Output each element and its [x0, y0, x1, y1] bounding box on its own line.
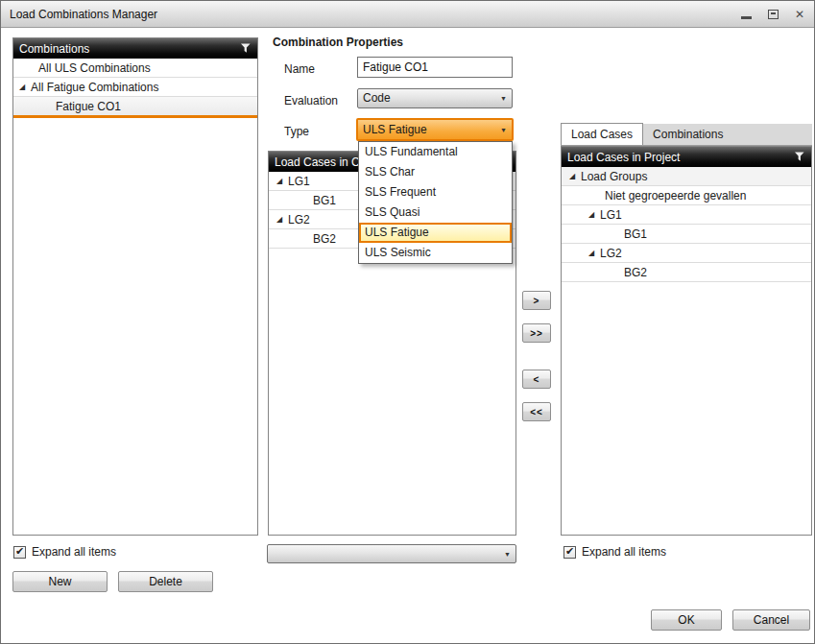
- move-right-label: >: [534, 296, 540, 306]
- title-bar[interactable]: Load Combinations Manager ✕: [1, 1, 814, 28]
- filter-icon[interactable]: [240, 43, 252, 54]
- evaluation-value: Code: [363, 89, 496, 107]
- name-label: Name: [284, 62, 315, 76]
- window-title: Load Combinations Manager: [10, 8, 157, 21]
- chevron-down-icon: ▼: [500, 127, 507, 133]
- delete-button[interactable]: Delete: [118, 571, 213, 592]
- expander-icon[interactable]: ◢: [276, 210, 288, 229]
- delete-button-label: Delete: [149, 575, 182, 588]
- check-icon: ✔: [15, 546, 24, 557]
- expander-icon[interactable]: ◢: [588, 244, 600, 263]
- type-option-sls-quasi[interactable]: SLS Quasi: [359, 203, 512, 223]
- expand-all-checkbox[interactable]: ✔: [13, 546, 26, 559]
- type-option-sls-frequent[interactable]: SLS Frequent: [359, 182, 512, 203]
- type-label: Type: [284, 125, 309, 138]
- expander-icon[interactable]: ◢: [569, 167, 581, 186]
- project-cases-title: Load Cases in Project: [567, 151, 794, 164]
- type-combobox[interactable]: ULS Fatigue ▼: [356, 118, 514, 141]
- check-icon: ✔: [565, 546, 574, 557]
- move-all-right-label: >>: [530, 328, 543, 339]
- combinations-panel: Combinations All ULS Combinations ◢ All …: [12, 37, 258, 536]
- move-left-button[interactable]: <: [522, 370, 551, 389]
- expander-icon[interactable]: ◢: [276, 172, 288, 191]
- project-cases-panel: Load Cases in Project ◢ Load Groups Niet…: [561, 146, 812, 536]
- close-button[interactable]: ✕: [793, 8, 806, 21]
- filter-icon[interactable]: [794, 152, 805, 162]
- tree-item-label: BG1: [313, 191, 336, 210]
- tree-item-label: BG2: [624, 263, 647, 282]
- new-button-label: New: [48, 575, 71, 588]
- tree-item-label: All ULS Combinations: [38, 59, 151, 78]
- cancel-button[interactable]: Cancel: [732, 609, 810, 631]
- tree-item-label: BG2: [313, 229, 336, 249]
- type-option-sls-char[interactable]: SLS Char: [359, 162, 512, 182]
- type-option-uls-fatigue-selected[interactable]: ULS Fatigue: [359, 223, 512, 243]
- type-option-uls-fundamental[interactable]: ULS Fundamental: [359, 142, 512, 162]
- chevron-down-icon: ▼: [500, 95, 507, 102]
- tree-item-load-groups[interactable]: ◢ Load Groups: [562, 167, 811, 186]
- tree-item-all-uls-combinations[interactable]: All ULS Combinations: [13, 59, 257, 78]
- ok-button-label: OK: [678, 613, 694, 627]
- type-option-uls-seismic[interactable]: ULS Seismic: [359, 243, 512, 263]
- tab-load-cases[interactable]: Load Cases: [561, 123, 643, 145]
- expand-all-label: Expand all items: [582, 545, 666, 559]
- move-left-label: <: [534, 374, 540, 385]
- chevron-down-icon: ▼: [504, 551, 511, 558]
- tree-item-label: All Fatigue Combinations: [31, 78, 158, 97]
- tree-item-fatigue-co1[interactable]: Fatigue CO1: [13, 97, 257, 118]
- tab-combinations[interactable]: Combinations: [643, 124, 732, 145]
- tree-item-lg1[interactable]: ◢ LG1: [562, 205, 811, 225]
- type-value: ULS Fatigue: [363, 121, 496, 139]
- new-button[interactable]: New: [12, 571, 108, 592]
- maximize-icon: [768, 10, 779, 19]
- expand-all-label: Expand all items: [32, 545, 116, 559]
- tree-item-label: BG1: [624, 225, 647, 244]
- tree-item-label: Niet gegroepeerde gevallen: [605, 186, 746, 205]
- combinations-panel-header[interactable]: Combinations: [13, 38, 257, 59]
- tree-item-bg2[interactable]: BG2: [562, 263, 811, 282]
- combination-properties-title: Combination Properties: [273, 36, 403, 49]
- ok-button[interactable]: OK: [651, 609, 722, 631]
- load-combinations-manager-dialog: Load Combinations Manager ✕ Combinations…: [0, 0, 815, 644]
- expand-all-items-right: ✔ Expand all items: [563, 545, 666, 559]
- tree-item-label: LG2: [288, 210, 310, 229]
- move-all-left-button[interactable]: <<: [522, 402, 551, 421]
- footer-combobox[interactable]: ▼: [267, 544, 516, 563]
- tree-item-label: Fatigue CO1: [56, 97, 121, 116]
- tree-item-bg1[interactable]: BG1: [562, 225, 811, 244]
- tree-item-niet-gegroepeerde-gevallen[interactable]: Niet gegroepeerde gevallen: [562, 186, 811, 205]
- expander-icon[interactable]: ◢: [588, 205, 600, 225]
- right-tab-strip: Load Cases Combinations: [561, 124, 812, 146]
- cancel-button-label: Cancel: [754, 613, 789, 627]
- tree-item-label: Load Groups: [581, 167, 647, 186]
- tree-item-label: LG1: [600, 205, 622, 225]
- expander-icon[interactable]: ◢: [19, 78, 31, 97]
- project-cases-header[interactable]: Load Cases in Project: [562, 147, 811, 167]
- evaluation-label: Evaluation: [284, 94, 338, 107]
- move-all-left-label: <<: [530, 407, 543, 417]
- close-icon: ✕: [795, 8, 804, 21]
- expand-all-checkbox[interactable]: ✔: [563, 546, 576, 559]
- tree-item-label: LG2: [600, 244, 622, 263]
- maximize-button[interactable]: [766, 8, 779, 21]
- move-right-button[interactable]: >: [522, 291, 551, 310]
- expand-all-items-left: ✔ Expand all items: [13, 545, 116, 559]
- tree-item-label: LG1: [288, 172, 310, 191]
- minimize-icon: [741, 16, 752, 19]
- type-dropdown-popup: ULS Fundamental SLS Char SLS Frequent SL…: [358, 141, 513, 264]
- tree-item-lg2[interactable]: ◢ LG2: [562, 244, 811, 263]
- tree-item-all-fatigue-combinations[interactable]: ◢ All Fatigue Combinations: [13, 78, 257, 97]
- move-all-right-button[interactable]: >>: [522, 323, 551, 343]
- combinations-panel-title: Combinations: [19, 42, 240, 56]
- name-input[interactable]: Fatigue CO1: [357, 57, 513, 78]
- minimize-button[interactable]: [739, 8, 753, 21]
- evaluation-combobox[interactable]: Code ▼: [357, 88, 513, 108]
